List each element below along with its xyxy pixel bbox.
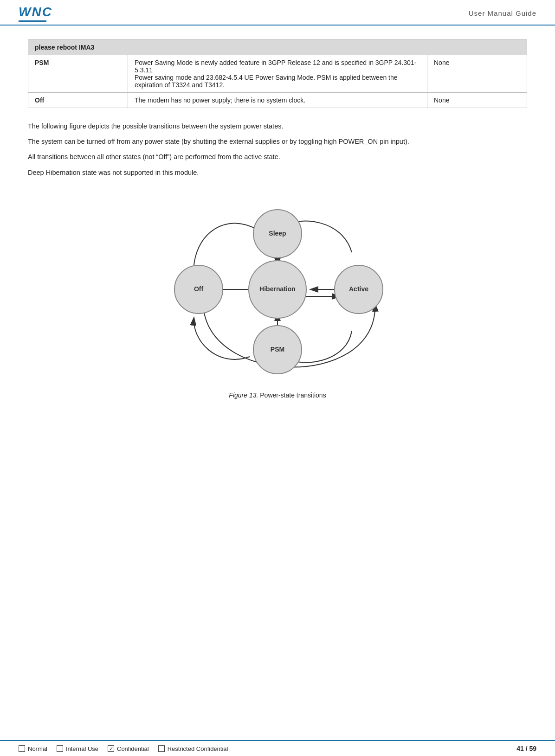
off-node-label: Off: [194, 285, 204, 292]
figure-caption-text: Power-state transitions: [260, 391, 326, 399]
sleep-node-label: Sleep: [269, 229, 286, 237]
footer-confidential: ✓ Confidential: [108, 745, 149, 752]
figure-caption-label: Figure 13.: [229, 391, 258, 399]
power-state-diagram: Sleep Off Hibernation Active PSM: [138, 192, 417, 387]
restricted-label: Restricted Confidential: [168, 745, 228, 752]
logo-text: WNC: [19, 5, 52, 19]
footer-normal: Normal: [19, 745, 47, 752]
page-number: 41 / 59: [516, 745, 536, 752]
footer: Normal Internal Use ✓ Confidential Restr…: [0, 740, 555, 756]
logo-underline: [19, 20, 46, 22]
table-cell-off-value: None: [427, 93, 527, 108]
figure-caption: Figure 13. Power-state transitions: [229, 391, 326, 399]
active-node-label: Active: [349, 285, 368, 292]
header: WNC User Manual Guide: [0, 0, 555, 26]
confidential-checkbox[interactable]: ✓: [108, 745, 114, 752]
main-content: please reboot IMA3 PSM Power Saving Mode…: [0, 26, 555, 417]
table-cell-psm-value: None: [427, 55, 527, 93]
internal-use-label: Internal Use: [66, 745, 98, 752]
table-cell-psm-desc: Power Saving Mode is newly added feature…: [128, 55, 427, 93]
confidential-label: Confidential: [117, 745, 149, 752]
description-4: Deep Hibernation state was not supported…: [28, 167, 527, 178]
restricted-checkbox[interactable]: [158, 745, 165, 752]
table-cell-off-desc: The modem has no power supply; there is …: [128, 93, 427, 108]
internal-use-checkbox[interactable]: [57, 745, 63, 752]
table-cell-psm-name: PSM: [28, 55, 128, 93]
table-header: please reboot IMA3: [28, 40, 527, 55]
description-2: The system can be turned off from any po…: [28, 136, 527, 147]
table-cell-off-name: Off: [28, 93, 128, 108]
logo: WNC: [19, 5, 52, 22]
psm-table: please reboot IMA3 PSM Power Saving Mode…: [28, 39, 527, 108]
description-1: The following figure depicts the possibl…: [28, 121, 527, 132]
footer-internal-use: Internal Use: [57, 745, 98, 752]
header-title: User Manual Guide: [469, 9, 536, 17]
psm-node-label: PSM: [271, 345, 284, 352]
figure-container: Sleep Off Hibernation Active PSM Figure …: [28, 192, 527, 399]
normal-label: Normal: [28, 745, 47, 752]
normal-checkbox[interactable]: [19, 745, 25, 752]
description-3: All transitions between all other states…: [28, 152, 527, 162]
table-row: PSM Power Saving Mode is newly added fea…: [28, 55, 527, 93]
footer-restricted: Restricted Confidential: [158, 745, 228, 752]
table-row: Off The modem has no power supply; there…: [28, 93, 527, 108]
hibernation-node-label: Hibernation: [259, 285, 296, 292]
